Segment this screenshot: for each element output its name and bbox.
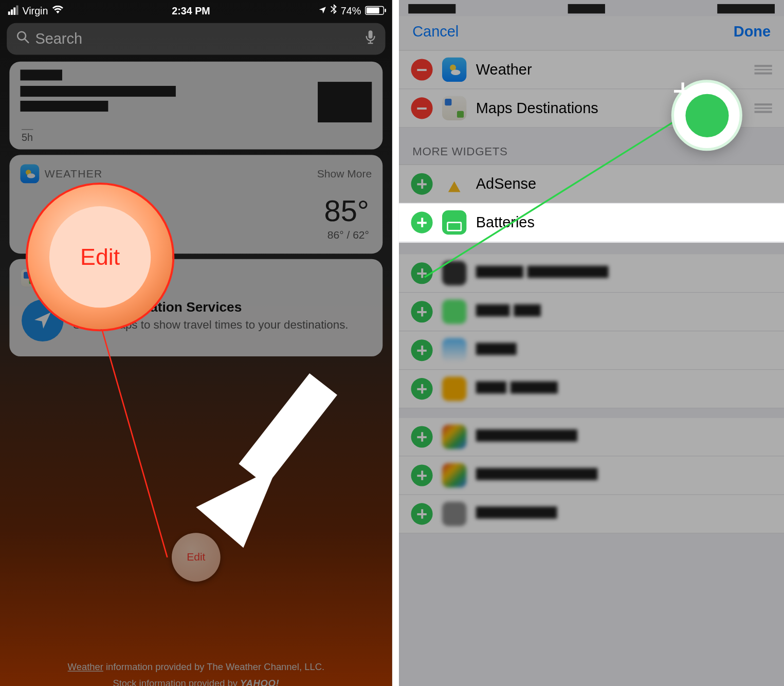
add-icon[interactable] [411, 378, 433, 400]
adsense-app-icon [442, 172, 466, 196]
battery-pct: 74% [341, 5, 361, 16]
app-icon [442, 425, 466, 449]
nav-bar: Cancel Done [399, 16, 784, 51]
reorder-grip-icon[interactable] [755, 65, 772, 75]
svg-point-0 [17, 32, 26, 40]
status-bar [399, 0, 784, 16]
dim-overlay [0, 0, 392, 686]
add-icon[interactable] [411, 173, 433, 195]
app-icon [442, 463, 466, 488]
remove-icon[interactable] [411, 59, 433, 80]
edit-widgets-screenshot: Cancel Done Weather Maps Destinations MO… [399, 0, 784, 686]
active-widget-weather[interactable]: Weather [399, 51, 784, 89]
more-widget-redacted[interactable] [399, 457, 784, 495]
add-icon[interactable] [411, 426, 433, 447]
status-time: 2:34 PM [172, 5, 210, 16]
more-widget-redacted[interactable] [399, 331, 784, 370]
carrier-label: Virgin [22, 5, 48, 16]
annotation-edit-bubble: Edit [26, 183, 174, 331]
add-icon[interactable] [411, 339, 433, 361]
maps-app-icon [442, 96, 466, 120]
batteries-app-icon [442, 210, 466, 234]
status-bar: Virgin 2:34 PM 74% [0, 0, 392, 20]
app-icon [442, 261, 466, 285]
row-label: Weather [476, 61, 745, 78]
more-widget-batteries[interactable]: Batteries [399, 204, 784, 242]
wifi-icon [52, 5, 63, 16]
svg-line-1 [25, 39, 29, 43]
battery-icon [365, 6, 384, 14]
add-icon[interactable] [411, 464, 433, 486]
annotation-arrow-icon [189, 365, 352, 554]
annotation-add-bubble [671, 80, 742, 151]
add-icon[interactable] [411, 262, 433, 284]
app-icon [442, 502, 466, 526]
more-widget-redacted[interactable] [399, 418, 784, 457]
search-icon [16, 30, 30, 47]
dictate-icon[interactable] [365, 30, 376, 48]
app-icon [442, 300, 466, 324]
cancel-button[interactable]: Cancel [412, 23, 459, 41]
more-widget-redacted[interactable] [399, 495, 784, 534]
more-widget-redacted[interactable] [399, 254, 784, 293]
more-widget-adsense[interactable]: AdSense [399, 165, 784, 204]
svg-point-8 [451, 69, 460, 75]
today-view-screenshot: Virgin 2:34 PM 74% Search [0, 0, 392, 686]
search-placeholder: Search [35, 30, 365, 48]
done-button[interactable]: Done [734, 23, 771, 41]
reorder-grip-icon[interactable] [755, 104, 772, 113]
more-widget-redacted[interactable] [399, 370, 784, 408]
location-icon [318, 5, 326, 16]
bluetooth-icon [331, 4, 337, 16]
row-label: Batteries [476, 214, 772, 231]
svg-marker-6 [196, 466, 277, 548]
add-icon[interactable] [411, 212, 433, 233]
signal-icon [8, 6, 19, 15]
more-widget-redacted[interactable] [399, 293, 784, 331]
app-icon [442, 338, 466, 363]
svg-rect-2 [369, 30, 373, 39]
remove-icon[interactable] [411, 97, 433, 119]
add-icon[interactable] [411, 503, 433, 525]
app-icon [442, 376, 466, 401]
spotlight-search[interactable]: Search [7, 23, 385, 55]
svg-rect-5 [239, 373, 337, 485]
weather-app-icon [442, 58, 466, 82]
add-icon [685, 94, 728, 137]
row-label: AdSense [476, 175, 772, 193]
add-icon[interactable] [411, 301, 433, 322]
